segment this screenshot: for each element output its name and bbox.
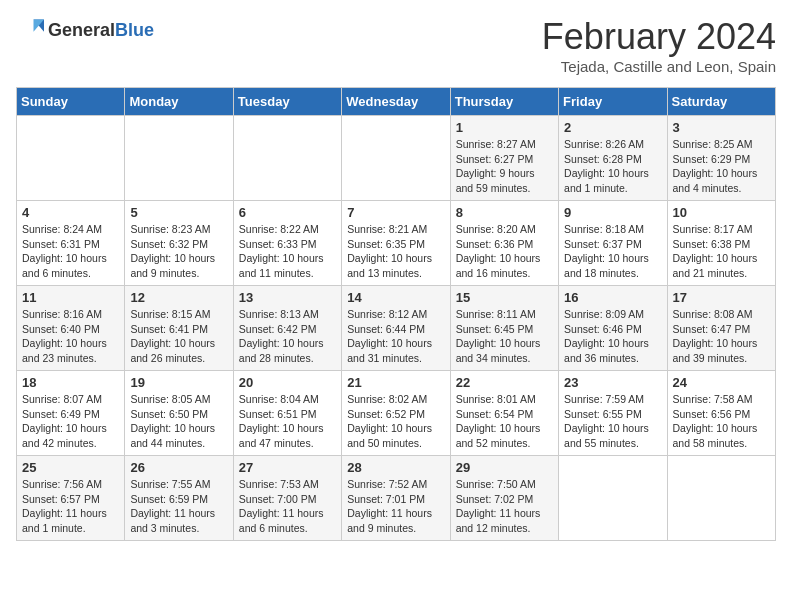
- sunset-text: Sunset: 6:51 PM: [239, 408, 317, 420]
- weekday-header-cell: Saturday: [667, 88, 775, 116]
- daylight-text: Daylight: 10 hours and 11 minutes.: [239, 252, 324, 279]
- calendar-table: SundayMondayTuesdayWednesdayThursdayFrid…: [16, 87, 776, 541]
- daylight-text: Daylight: 9 hours and 59 minutes.: [456, 167, 535, 194]
- weekday-header-cell: Sunday: [17, 88, 125, 116]
- daylight-text: Daylight: 10 hours and 28 minutes.: [239, 337, 324, 364]
- day-info: Sunrise: 7:58 AM Sunset: 6:56 PM Dayligh…: [673, 392, 770, 451]
- day-info: Sunrise: 8:26 AM Sunset: 6:28 PM Dayligh…: [564, 137, 661, 196]
- sunset-text: Sunset: 6:46 PM: [564, 323, 642, 335]
- calendar-day-cell: 3 Sunrise: 8:25 AM Sunset: 6:29 PM Dayli…: [667, 116, 775, 201]
- sunrise-text: Sunrise: 8:26 AM: [564, 138, 644, 150]
- calendar-day-cell: 29 Sunrise: 7:50 AM Sunset: 7:02 PM Dayl…: [450, 456, 558, 541]
- calendar-day-cell: 27 Sunrise: 7:53 AM Sunset: 7:00 PM Dayl…: [233, 456, 341, 541]
- title-area: February 2024 Tejada, Castille and Leon,…: [542, 16, 776, 75]
- daylight-text: Daylight: 10 hours and 52 minutes.: [456, 422, 541, 449]
- sunrise-text: Sunrise: 8:22 AM: [239, 223, 319, 235]
- sunset-text: Sunset: 6:29 PM: [673, 153, 751, 165]
- daylight-text: Daylight: 10 hours and 6 minutes.: [22, 252, 107, 279]
- day-info: Sunrise: 8:25 AM Sunset: 6:29 PM Dayligh…: [673, 137, 770, 196]
- calendar-day-cell: 10 Sunrise: 8:17 AM Sunset: 6:38 PM Dayl…: [667, 201, 775, 286]
- daylight-text: Daylight: 10 hours and 18 minutes.: [564, 252, 649, 279]
- calendar-day-cell: 21 Sunrise: 8:02 AM Sunset: 6:52 PM Dayl…: [342, 371, 450, 456]
- daylight-text: Daylight: 11 hours and 9 minutes.: [347, 507, 432, 534]
- day-info: Sunrise: 8:08 AM Sunset: 6:47 PM Dayligh…: [673, 307, 770, 366]
- day-number: 19: [130, 375, 227, 390]
- day-number: 13: [239, 290, 336, 305]
- calendar-day-cell: 8 Sunrise: 8:20 AM Sunset: 6:36 PM Dayli…: [450, 201, 558, 286]
- weekday-header-cell: Wednesday: [342, 88, 450, 116]
- logo-text-general: General: [48, 20, 115, 41]
- logo-icon: [16, 16, 44, 44]
- calendar-day-cell: [342, 116, 450, 201]
- calendar-body: 1 Sunrise: 8:27 AM Sunset: 6:27 PM Dayli…: [17, 116, 776, 541]
- weekday-header-cell: Monday: [125, 88, 233, 116]
- sunrise-text: Sunrise: 8:08 AM: [673, 308, 753, 320]
- calendar-day-cell: 7 Sunrise: 8:21 AM Sunset: 6:35 PM Dayli…: [342, 201, 450, 286]
- sunset-text: Sunset: 6:40 PM: [22, 323, 100, 335]
- calendar-day-cell: 28 Sunrise: 7:52 AM Sunset: 7:01 PM Dayl…: [342, 456, 450, 541]
- daylight-text: Daylight: 10 hours and 23 minutes.: [22, 337, 107, 364]
- sunrise-text: Sunrise: 8:21 AM: [347, 223, 427, 235]
- sunrise-text: Sunrise: 7:50 AM: [456, 478, 536, 490]
- calendar-week-row: 4 Sunrise: 8:24 AM Sunset: 6:31 PM Dayli…: [17, 201, 776, 286]
- calendar-day-cell: 19 Sunrise: 8:05 AM Sunset: 6:50 PM Dayl…: [125, 371, 233, 456]
- day-info: Sunrise: 7:55 AM Sunset: 6:59 PM Dayligh…: [130, 477, 227, 536]
- sunrise-text: Sunrise: 8:09 AM: [564, 308, 644, 320]
- day-number: 29: [456, 460, 553, 475]
- day-number: 24: [673, 375, 770, 390]
- calendar-day-cell: 13 Sunrise: 8:13 AM Sunset: 6:42 PM Dayl…: [233, 286, 341, 371]
- sunrise-text: Sunrise: 8:17 AM: [673, 223, 753, 235]
- day-info: Sunrise: 8:24 AM Sunset: 6:31 PM Dayligh…: [22, 222, 119, 281]
- sunrise-text: Sunrise: 7:52 AM: [347, 478, 427, 490]
- weekday-header-cell: Friday: [559, 88, 667, 116]
- sunrise-text: Sunrise: 7:53 AM: [239, 478, 319, 490]
- daylight-text: Daylight: 11 hours and 1 minute.: [22, 507, 107, 534]
- sunset-text: Sunset: 6:55 PM: [564, 408, 642, 420]
- day-number: 4: [22, 205, 119, 220]
- calendar-week-row: 11 Sunrise: 8:16 AM Sunset: 6:40 PM Dayl…: [17, 286, 776, 371]
- calendar-day-cell: 12 Sunrise: 8:15 AM Sunset: 6:41 PM Dayl…: [125, 286, 233, 371]
- day-info: Sunrise: 8:02 AM Sunset: 6:52 PM Dayligh…: [347, 392, 444, 451]
- daylight-text: Daylight: 10 hours and 4 minutes.: [673, 167, 758, 194]
- sunrise-text: Sunrise: 8:25 AM: [673, 138, 753, 150]
- daylight-text: Daylight: 10 hours and 39 minutes.: [673, 337, 758, 364]
- day-info: Sunrise: 8:16 AM Sunset: 6:40 PM Dayligh…: [22, 307, 119, 366]
- daylight-text: Daylight: 11 hours and 12 minutes.: [456, 507, 541, 534]
- sunrise-text: Sunrise: 8:24 AM: [22, 223, 102, 235]
- day-number: 16: [564, 290, 661, 305]
- sunrise-text: Sunrise: 8:11 AM: [456, 308, 536, 320]
- logo: General Blue: [16, 16, 154, 44]
- sunset-text: Sunset: 6:50 PM: [130, 408, 208, 420]
- day-number: 1: [456, 120, 553, 135]
- daylight-text: Daylight: 10 hours and 36 minutes.: [564, 337, 649, 364]
- calendar-day-cell: 9 Sunrise: 8:18 AM Sunset: 6:37 PM Dayli…: [559, 201, 667, 286]
- day-info: Sunrise: 8:01 AM Sunset: 6:54 PM Dayligh…: [456, 392, 553, 451]
- day-info: Sunrise: 8:07 AM Sunset: 6:49 PM Dayligh…: [22, 392, 119, 451]
- daylight-text: Daylight: 10 hours and 31 minutes.: [347, 337, 432, 364]
- day-number: 18: [22, 375, 119, 390]
- calendar-week-row: 25 Sunrise: 7:56 AM Sunset: 6:57 PM Dayl…: [17, 456, 776, 541]
- sunset-text: Sunset: 6:54 PM: [456, 408, 534, 420]
- calendar-day-cell: [559, 456, 667, 541]
- daylight-text: Daylight: 10 hours and 47 minutes.: [239, 422, 324, 449]
- calendar-week-row: 1 Sunrise: 8:27 AM Sunset: 6:27 PM Dayli…: [17, 116, 776, 201]
- daylight-text: Daylight: 10 hours and 58 minutes.: [673, 422, 758, 449]
- sunrise-text: Sunrise: 8:01 AM: [456, 393, 536, 405]
- sunrise-text: Sunrise: 7:58 AM: [673, 393, 753, 405]
- daylight-text: Daylight: 10 hours and 1 minute.: [564, 167, 649, 194]
- day-info: Sunrise: 8:11 AM Sunset: 6:45 PM Dayligh…: [456, 307, 553, 366]
- calendar-day-cell: 26 Sunrise: 7:55 AM Sunset: 6:59 PM Dayl…: [125, 456, 233, 541]
- sunset-text: Sunset: 6:33 PM: [239, 238, 317, 250]
- sunset-text: Sunset: 6:52 PM: [347, 408, 425, 420]
- weekday-header-row: SundayMondayTuesdayWednesdayThursdayFrid…: [17, 88, 776, 116]
- sunset-text: Sunset: 6:35 PM: [347, 238, 425, 250]
- day-info: Sunrise: 8:13 AM Sunset: 6:42 PM Dayligh…: [239, 307, 336, 366]
- sunrise-text: Sunrise: 7:56 AM: [22, 478, 102, 490]
- day-info: Sunrise: 7:50 AM Sunset: 7:02 PM Dayligh…: [456, 477, 553, 536]
- day-number: 14: [347, 290, 444, 305]
- daylight-text: Daylight: 11 hours and 3 minutes.: [130, 507, 215, 534]
- day-number: 7: [347, 205, 444, 220]
- sunset-text: Sunset: 6:38 PM: [673, 238, 751, 250]
- sunset-text: Sunset: 7:01 PM: [347, 493, 425, 505]
- sunset-text: Sunset: 6:47 PM: [673, 323, 751, 335]
